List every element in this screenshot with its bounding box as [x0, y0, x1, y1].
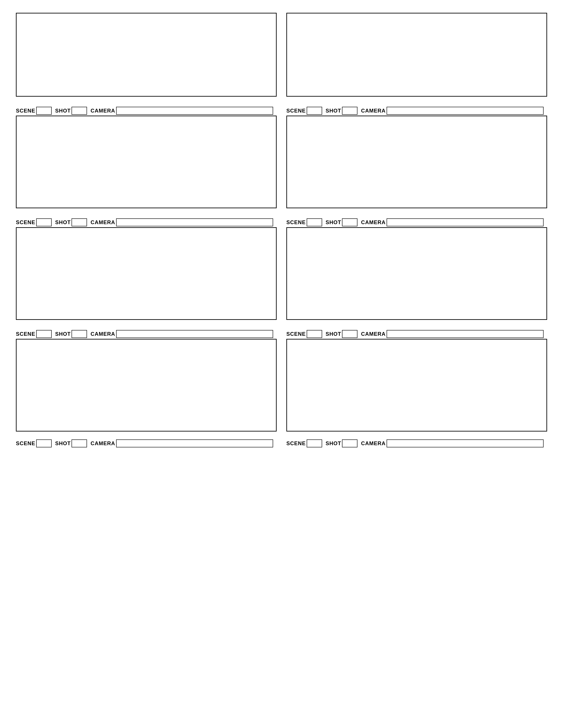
meta-row-5-2: SCENE SHOT CAMERA — [287, 439, 547, 447]
shot-label-2-1: SHOT — [55, 108, 71, 114]
row-1 — [11, 9, 552, 101]
row-2-meta-desc: SCENE SHOT CAMERA SCENE SHOT CAMERA — [11, 101, 552, 212]
meta-row-4-2: SCENE SHOT CAMERA — [287, 330, 547, 338]
description-box-4-1 — [16, 339, 276, 432]
row-5-meta: SCENE SHOT CAMERA SCENE SHOT CAMERA — [11, 435, 552, 450]
shot-box-4-1[interactable] — [71, 330, 87, 338]
camera-box-3-2[interactable] — [387, 218, 544, 226]
camera-label-3-1: CAMERA — [90, 219, 115, 225]
shot-box-5-2[interactable] — [342, 439, 358, 447]
storyboard-image-1-1 — [16, 13, 276, 97]
scene-box-4-2[interactable] — [307, 330, 322, 338]
row-3-meta-desc: SCENE SHOT CAMERA SCENE SHOT CAMERA — [11, 212, 552, 324]
panel-5-2: SCENE SHOT CAMERA — [287, 437, 547, 448]
camera-label-3-2: CAMERA — [361, 219, 386, 225]
scene-label-2-1: SCENE — [16, 108, 35, 114]
camera-label-5-2: CAMERA — [361, 440, 386, 447]
description-box-3-2 — [287, 227, 547, 320]
shot-box-2-1[interactable] — [71, 107, 87, 115]
camera-label-2-2: CAMERA — [361, 108, 386, 114]
storyboard-page: SCENE SHOT CAMERA SCENE SHOT CAMERA — [11, 9, 552, 450]
panel-2-2: SCENE SHOT CAMERA — [287, 105, 547, 208]
camera-box-2-1[interactable] — [116, 107, 273, 115]
panel-4-1: SCENE SHOT CAMERA — [16, 328, 276, 432]
shot-label-5-1: SHOT — [55, 440, 71, 447]
meta-row-5-1: SCENE SHOT CAMERA — [16, 439, 276, 447]
scene-label-4-2: SCENE — [287, 331, 306, 337]
shot-label-3-2: SHOT — [326, 219, 341, 225]
shot-box-4-2[interactable] — [342, 330, 358, 338]
meta-row-2-2: SCENE SHOT CAMERA — [287, 107, 547, 115]
scene-label-3-2: SCENE — [287, 219, 306, 225]
shot-box-3-2[interactable] — [342, 218, 358, 226]
scene-label-4-1: SCENE — [16, 331, 35, 337]
camera-label-2-1: CAMERA — [90, 108, 115, 114]
panel-3-1: SCENE SHOT CAMERA — [16, 216, 276, 320]
scene-box-3-1[interactable] — [36, 218, 52, 226]
description-box-4-2 — [287, 339, 547, 432]
scene-label-5-2: SCENE — [287, 440, 306, 447]
panel-1-2 — [287, 13, 547, 97]
shot-label-3-1: SHOT — [55, 219, 71, 225]
camera-box-2-2[interactable] — [387, 107, 544, 115]
scene-box-2-1[interactable] — [36, 107, 52, 115]
scene-label-3-1: SCENE — [16, 219, 35, 225]
shot-box-3-1[interactable] — [71, 218, 87, 226]
description-box-2-2 — [287, 116, 547, 208]
scene-box-5-2[interactable] — [307, 439, 322, 447]
camera-box-3-1[interactable] — [116, 218, 273, 226]
panel-3-2: SCENE SHOT CAMERA — [287, 216, 547, 320]
panel-1-1 — [16, 13, 276, 97]
shot-label-5-2: SHOT — [326, 440, 341, 447]
shot-box-5-1[interactable] — [71, 439, 87, 447]
meta-row-2-1: SCENE SHOT CAMERA — [16, 107, 276, 115]
scene-box-5-1[interactable] — [36, 439, 52, 447]
camera-label-4-2: CAMERA — [361, 331, 386, 337]
scene-label-5-1: SCENE — [16, 440, 35, 447]
scene-box-3-2[interactable] — [307, 218, 322, 226]
scene-box-4-1[interactable] — [36, 330, 52, 338]
description-box-2-1 — [16, 116, 276, 208]
meta-row-3-1: SCENE SHOT CAMERA — [16, 218, 276, 226]
shot-label-4-2: SHOT — [326, 331, 341, 337]
camera-box-5-2[interactable] — [387, 439, 544, 447]
meta-row-3-2: SCENE SHOT CAMERA — [287, 218, 547, 226]
row-4-meta-desc: SCENE SHOT CAMERA SCENE SHOT CAMERA — [11, 324, 552, 435]
meta-row-4-1: SCENE SHOT CAMERA — [16, 330, 276, 338]
shot-label-4-1: SHOT — [55, 331, 71, 337]
shot-label-2-2: SHOT — [326, 108, 341, 114]
description-box-3-1 — [16, 227, 276, 320]
panel-4-2: SCENE SHOT CAMERA — [287, 328, 547, 432]
camera-box-4-1[interactable] — [116, 330, 273, 338]
camera-label-4-1: CAMERA — [90, 331, 115, 337]
shot-box-2-2[interactable] — [342, 107, 358, 115]
scene-label-2-2: SCENE — [287, 108, 306, 114]
panel-5-1: SCENE SHOT CAMERA — [16, 437, 276, 448]
panel-2-1: SCENE SHOT CAMERA — [16, 105, 276, 208]
scene-box-2-2[interactable] — [307, 107, 322, 115]
camera-box-5-1[interactable] — [116, 439, 273, 447]
camera-label-5-1: CAMERA — [90, 440, 115, 447]
storyboard-image-1-2 — [287, 13, 547, 97]
camera-box-4-2[interactable] — [387, 330, 544, 338]
